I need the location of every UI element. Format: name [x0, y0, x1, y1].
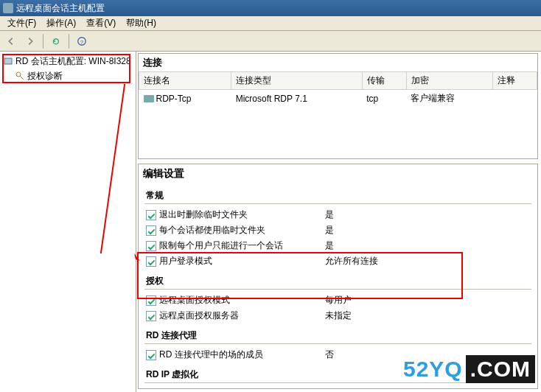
menubar: 文件(F) 操作(A) 查看(V) 帮助(H)	[0, 16, 541, 31]
setting-row[interactable]: 每个会话都使用临时文件夹是	[139, 223, 537, 238]
menu-file[interactable]: 文件(F)	[3, 15, 41, 31]
group-licensing-title: 授权	[139, 272, 537, 289]
col-encryption[interactable]: 加密	[406, 72, 492, 90]
col-comment[interactable]: 注释	[492, 72, 537, 90]
setting-label: 用户登录模式	[159, 255, 325, 267]
setting-value: 未启用	[325, 388, 530, 389]
connection-icon	[144, 95, 154, 102]
forward-button[interactable]	[22, 33, 38, 49]
help-button[interactable]: ?	[74, 33, 90, 49]
group-broker-title: RD 连接代理	[139, 326, 537, 343]
property-icon	[146, 225, 156, 236]
property-icon	[146, 350, 156, 360]
connections-table: 连接名 连接类型 传输 加密 注释 RDP-Tcp Microsoft RDP …	[139, 71, 537, 107]
setting-value: 是	[325, 224, 530, 237]
col-name[interactable]: 连接名	[139, 72, 231, 90]
menu-action[interactable]: 操作(A)	[42, 15, 80, 31]
property-icon	[146, 311, 156, 321]
toolbar-separator	[43, 34, 43, 49]
setting-row[interactable]: IP 虚拟化未启用	[139, 386, 537, 389]
property-icon	[146, 241, 156, 251]
connections-header: 连接	[139, 54, 537, 71]
setting-value: 每用户	[325, 294, 530, 307]
content-pane: 连接 连接名 连接类型 传输 加密 注释 RDP-Tcp Microsoft R…	[136, 52, 541, 392]
setting-row[interactable]: 远程桌面授权模式每用户	[139, 293, 537, 308]
property-icon	[146, 210, 156, 220]
col-type[interactable]: 连接类型	[231, 72, 362, 90]
connections-section: 连接 连接名 连接类型 传输 加密 注释 RDP-Tcp Microsoft R…	[138, 53, 538, 159]
cell-encryption: 客户端兼容	[406, 90, 492, 108]
watermark-blue: 52YQ	[403, 357, 463, 382]
titlebar: 远程桌面会话主机配置	[0, 0, 541, 16]
divider	[144, 343, 531, 344]
window-title: 远程桌面会话主机配置	[16, 0, 105, 16]
settings-header: 编辑设置	[139, 164, 537, 183]
cell-comment	[492, 90, 537, 108]
toolbar-separator	[69, 34, 69, 49]
setting-row[interactable]: 限制每个用户只能进行一个会话是	[139, 238, 537, 253]
tree-child[interactable]: 授权诊断	[3, 69, 133, 83]
watermark: 52YQ .COM	[403, 355, 535, 383]
col-transport[interactable]: 传输	[362, 72, 406, 90]
tree-pane: RD 会话主机配置: WIN-8I328 授权诊断	[0, 52, 136, 392]
server-icon	[3, 56, 13, 66]
setting-value: 是	[325, 239, 530, 252]
setting-label: 每个会话都使用临时文件夹	[159, 224, 325, 237]
setting-label: RD 连接代理中的场的成员	[159, 349, 325, 361]
setting-value: 未指定	[325, 309, 530, 322]
setting-label: IP 虚拟化	[159, 388, 325, 389]
svg-rect-2	[4, 58, 12, 64]
setting-row[interactable]: 远程桌面授权服务器未指定	[139, 308, 537, 323]
watermark-black: .COM	[466, 355, 535, 383]
tree-child-label: 授权诊断	[27, 70, 63, 83]
menu-help[interactable]: 帮助(H)	[122, 15, 161, 31]
setting-label: 退出时删除临时文件夹	[159, 209, 325, 221]
setting-label: 远程桌面授权模式	[159, 294, 325, 307]
refresh-button[interactable]	[48, 33, 64, 49]
setting-row[interactable]: 退出时删除临时文件夹是	[139, 207, 537, 223]
group-general-title: 常规	[139, 186, 537, 203]
back-button[interactable]	[3, 33, 19, 49]
table-row[interactable]: RDP-Tcp Microsoft RDP 7.1 tcp 客户端兼容	[139, 90, 537, 108]
annotation-arrow	[133, 252, 144, 264]
divider	[144, 289, 531, 290]
divider	[144, 203, 531, 204]
setting-value: 允许所有连接	[325, 255, 530, 267]
property-icon	[146, 389, 156, 390]
cell-name: RDP-Tcp	[156, 94, 192, 104]
tree-root[interactable]: RD 会话主机配置: WIN-8I328	[3, 55, 133, 68]
property-icon	[146, 256, 156, 267]
app-icon	[3, 3, 13, 13]
svg-text:?: ?	[80, 38, 84, 45]
toolbar: ?	[0, 31, 541, 52]
setting-value: 是	[325, 209, 530, 221]
cell-transport: tcp	[362, 90, 406, 108]
setting-label: 限制每个用户只能进行一个会话	[159, 239, 325, 252]
cell-type: Microsoft RDP 7.1	[231, 90, 362, 108]
main-area: RD 会话主机配置: WIN-8I328 授权诊断 连接 连接名 连接类型 传输…	[0, 52, 541, 392]
key-icon	[15, 71, 25, 81]
tree-root-label: RD 会话主机配置: WIN-8I328	[15, 55, 131, 68]
setting-label: 远程桌面授权服务器	[159, 309, 325, 322]
menu-view[interactable]: 查看(V)	[82, 15, 120, 31]
property-icon	[146, 295, 156, 306]
setting-row[interactable]: 用户登录模式允许所有连接	[139, 253, 537, 269]
